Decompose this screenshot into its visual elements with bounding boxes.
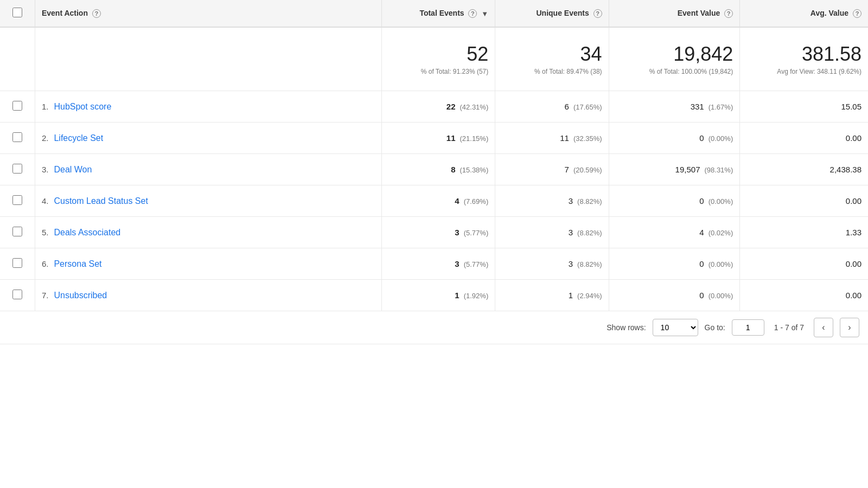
row-unique-cell: 3(8.82%) bbox=[495, 185, 609, 217]
total-events-header: Total Events ? ▼ bbox=[381, 0, 495, 27]
row-unique-cell: 3(8.82%) bbox=[495, 248, 609, 280]
row-avg-cell: 0.00 bbox=[740, 280, 868, 311]
event-value-header: Event Value ? bbox=[609, 0, 740, 27]
show-rows-select[interactable]: 10 5 25 50 100 bbox=[653, 319, 698, 336]
row-unique-pct: (8.82%) bbox=[577, 260, 602, 268]
row-unique-cell: 3(8.82%) bbox=[495, 217, 609, 248]
row-total-cell: 11(21.15%) bbox=[381, 123, 495, 154]
row-rank: 7. bbox=[42, 291, 49, 300]
row-total-pct: (7.69%) bbox=[464, 197, 489, 206]
summary-unique-sub: % of Total: 89.47% (38) bbox=[502, 68, 602, 75]
row-total-value: 22 bbox=[446, 102, 456, 111]
total-events-help-icon[interactable]: ? bbox=[468, 9, 477, 18]
row-total-cell: 3(5.77%) bbox=[381, 248, 495, 280]
row-total-pct: (5.77%) bbox=[464, 229, 489, 237]
row-checkbox[interactable] bbox=[12, 290, 22, 299]
summary-action-cell bbox=[35, 27, 381, 91]
table-row: 2.Lifecycle Set11(21.15%)11(32.35%)0(0.0… bbox=[0, 123, 868, 154]
select-all-checkbox[interactable] bbox=[12, 8, 22, 17]
summary-unique-cell: 34 % of Total: 89.47% (38) bbox=[495, 27, 609, 91]
table-row: 5.Deals Associated3(5.77%)3(8.82%)4(0.02… bbox=[0, 217, 868, 248]
row-event-value-pct: (1.67%) bbox=[709, 103, 733, 111]
row-unique-pct: (8.82%) bbox=[577, 229, 602, 237]
row-rank: 6. bbox=[42, 259, 49, 268]
row-unique-value: 6 bbox=[565, 102, 569, 111]
row-total-cell: 8(15.38%) bbox=[381, 154, 495, 185]
footer-cell: Show rows: 10 5 25 50 100 Go to: 1 - 7 o… bbox=[0, 311, 868, 344]
row-event-value-cell: 331(1.67%) bbox=[609, 91, 740, 123]
row-unique-value: 3 bbox=[569, 228, 573, 237]
summary-checkbox-cell bbox=[0, 27, 35, 91]
summary-total-cell: 52 % of Total: 91.23% (57) bbox=[381, 27, 495, 91]
row-event-value: 331 bbox=[691, 102, 704, 111]
row-total-value: 11 bbox=[446, 133, 456, 143]
summary-event-value: 19,842 bbox=[616, 43, 733, 66]
select-all-header bbox=[0, 0, 35, 27]
table-row: 3.Deal Won8(15.38%)7(20.59%)19,507(98.31… bbox=[0, 154, 868, 185]
row-avg-value: 1.33 bbox=[846, 228, 861, 237]
row-total-value: 4 bbox=[455, 196, 459, 206]
row-rank: 2. bbox=[42, 133, 49, 143]
summary-avg-cell: 381.58 Avg for View: 348.11 (9.62%) bbox=[740, 27, 868, 91]
row-event-value-pct: (0.00%) bbox=[709, 292, 733, 300]
row-action-link[interactable]: Lifecycle Set bbox=[54, 133, 103, 143]
table-row: 6.Persona Set3(5.77%)3(8.82%)0(0.00%)0.0… bbox=[0, 248, 868, 280]
row-rank: 1. bbox=[42, 102, 49, 111]
row-total-value: 3 bbox=[455, 259, 459, 268]
show-rows-label: Show rows: bbox=[607, 323, 646, 332]
prev-page-button[interactable]: ‹ bbox=[814, 318, 833, 337]
row-checkbox[interactable] bbox=[12, 258, 22, 268]
row-avg-value: 0.00 bbox=[846, 291, 861, 300]
summary-row: 52 % of Total: 91.23% (57) 34 % of Total… bbox=[0, 27, 868, 91]
row-action-link[interactable]: Deals Associated bbox=[54, 228, 120, 237]
row-checkbox[interactable] bbox=[12, 101, 22, 111]
row-rank: 4. bbox=[42, 196, 49, 206]
row-avg-value: 2,438.38 bbox=[830, 165, 861, 174]
row-checkbox[interactable] bbox=[12, 227, 22, 236]
total-events-label: Total Events bbox=[419, 9, 464, 17]
row-unique-pct: (20.59%) bbox=[573, 166, 602, 174]
row-event-value-cell: 4(0.02%) bbox=[609, 217, 740, 248]
unique-events-help-icon[interactable]: ? bbox=[593, 9, 602, 18]
row-action-link[interactable]: HubSpot score bbox=[54, 102, 111, 111]
table-row: 7.Unsubscribed1(1.92%)1(2.94%)0(0.00%)0.… bbox=[0, 280, 868, 311]
row-checkbox[interactable] bbox=[12, 195, 22, 205]
event-value-help-icon[interactable]: ? bbox=[724, 9, 733, 18]
event-action-help-icon[interactable]: ? bbox=[92, 9, 101, 18]
row-event-value-pct: (0.02%) bbox=[709, 229, 733, 237]
row-unique-cell: 11(32.35%) bbox=[495, 123, 609, 154]
event-value-label: Event Value bbox=[678, 9, 720, 17]
table-row: 4.Custom Lead Status Set4(7.69%)3(8.82%)… bbox=[0, 185, 868, 217]
goto-input[interactable] bbox=[732, 319, 764, 336]
row-total-cell: 3(5.77%) bbox=[381, 217, 495, 248]
row-avg-cell: 1.33 bbox=[740, 217, 868, 248]
avg-value-help-icon[interactable]: ? bbox=[853, 9, 861, 18]
row-checkbox[interactable] bbox=[12, 164, 22, 174]
row-total-cell: 1(1.92%) bbox=[381, 280, 495, 311]
row-action-link[interactable]: Custom Lead Status Set bbox=[54, 196, 148, 206]
goto-label: Go to: bbox=[705, 323, 725, 332]
row-total-value: 3 bbox=[455, 228, 459, 237]
event-action-header: Event Action ? bbox=[35, 0, 381, 27]
row-action-link[interactable]: Persona Set bbox=[54, 259, 101, 268]
row-event-value-cell: 0(0.00%) bbox=[609, 123, 740, 154]
row-unique-value: 3 bbox=[569, 259, 573, 268]
row-event-value-cell: 0(0.00%) bbox=[609, 248, 740, 280]
page-info: 1 - 7 of 7 bbox=[774, 323, 804, 332]
row-event-value-cell: 0(0.00%) bbox=[609, 280, 740, 311]
row-event-value: 0 bbox=[699, 259, 704, 268]
row-action-link[interactable]: Unsubscribed bbox=[54, 291, 107, 300]
row-event-value: 0 bbox=[699, 291, 704, 300]
row-avg-value: 0.00 bbox=[846, 196, 861, 206]
event-action-label: Event Action bbox=[42, 9, 88, 17]
row-event-value-cell: 19,507(98.31%) bbox=[609, 154, 740, 185]
row-total-pct: (5.77%) bbox=[464, 260, 489, 268]
row-action-link[interactable]: Deal Won bbox=[54, 165, 92, 174]
summary-total-value: 52 bbox=[388, 43, 488, 66]
row-checkbox[interactable] bbox=[12, 132, 22, 142]
summary-avg-value: 381.58 bbox=[746, 43, 861, 66]
row-checkbox-cell bbox=[0, 91, 35, 123]
row-avg-value: 0.00 bbox=[846, 259, 861, 268]
summary-unique-value: 34 bbox=[502, 43, 602, 66]
next-page-button[interactable]: › bbox=[840, 318, 859, 337]
